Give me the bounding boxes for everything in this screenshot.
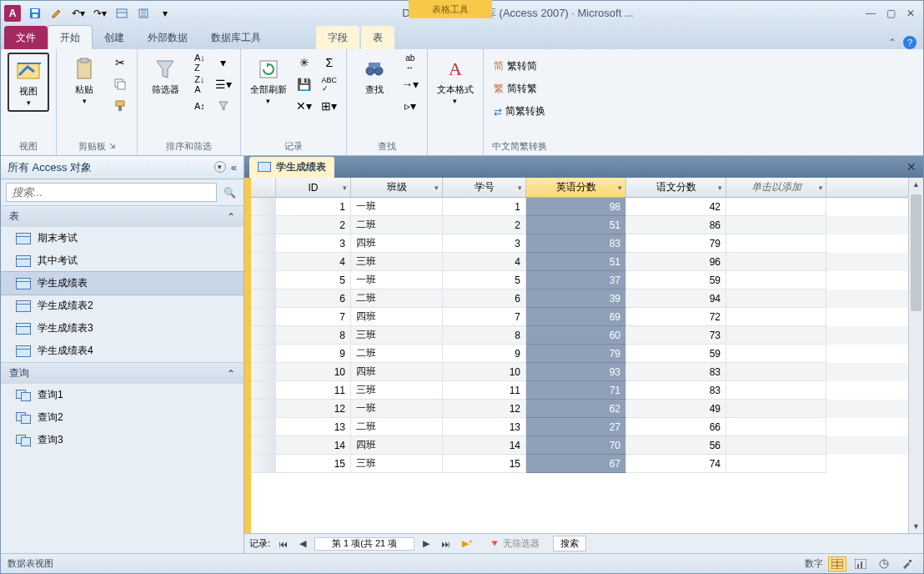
cell-add[interactable] <box>726 363 826 381</box>
delete-record-icon[interactable]: ✕▾ <box>294 96 314 116</box>
qat-btn-2[interactable] <box>134 4 153 23</box>
row-selector[interactable] <box>251 216 276 234</box>
nav-header[interactable]: 所有 Access 对象 ▾« <box>1 156 244 179</box>
cell-eng[interactable]: 98 <box>526 198 626 216</box>
replace-icon[interactable]: ab↔ <box>400 53 420 73</box>
cell-chn[interactable]: 56 <box>626 436 726 455</box>
cell-add[interactable] <box>726 216 826 234</box>
cell-eng[interactable]: 71 <box>526 381 626 400</box>
goto-icon[interactable]: →▾ <box>400 74 420 94</box>
cell-add[interactable] <box>726 234 826 253</box>
refresh-button[interactable]: 全部刷新 ▾ <box>248 53 289 108</box>
nav-group-queries[interactable]: 查询⌃ <box>1 362 244 384</box>
cell-class[interactable]: 三班 <box>351 455 443 473</box>
sort-asc-icon[interactable]: A↓Z <box>191 53 208 73</box>
cell-class[interactable]: 四班 <box>351 308 443 326</box>
tab-external[interactable]: 外部数据 <box>136 26 199 49</box>
cell-class[interactable]: 一班 <box>351 400 443 418</box>
row-selector[interactable] <box>251 253 276 271</box>
cell-class[interactable]: 三班 <box>351 253 443 271</box>
cut-icon[interactable]: ✂ <box>110 53 130 73</box>
datasheet-grid[interactable]: ID▾ 班级▾ 学号▾ 英语分数▾ 语文分数▾ 单击以添加▾ 1一班198422… <box>251 178 908 533</box>
table-row[interactable]: 1一班19842 <box>251 198 908 216</box>
app-icon[interactable]: A <box>4 5 21 22</box>
pivot-table-view-btn[interactable] <box>851 556 870 571</box>
pivot-chart-view-btn[interactable] <box>875 556 893 571</box>
tab-fields[interactable]: 字段 <box>316 26 359 49</box>
edit-icon[interactable] <box>48 4 66 23</box>
cell-id[interactable]: 6 <box>276 290 351 308</box>
cell-add[interactable] <box>726 326 826 345</box>
scroll-down-icon[interactable]: ▼ <box>909 520 923 533</box>
tab-create[interactable]: 创建 <box>93 26 136 49</box>
col-header-chn[interactable]: 语文分数▾ <box>626 178 726 197</box>
cell-class[interactable]: 三班 <box>351 381 443 400</box>
next-record-icon[interactable]: ▶ <box>419 538 433 549</box>
cell-sno[interactable]: 15 <box>443 455 526 473</box>
cn-convert-button[interactable]: ⇄简繁转换 <box>490 103 549 120</box>
undo-icon[interactable]: ↶▾ <box>69 4 88 23</box>
cell-id[interactable]: 9 <box>276 345 351 363</box>
cell-sno[interactable]: 9 <box>443 345 526 363</box>
cell-add[interactable] <box>726 345 826 363</box>
table-row[interactable]: 14四班147056 <box>251 436 908 455</box>
new-record-nav-icon[interactable]: ▶* <box>459 538 475 549</box>
cell-eng[interactable]: 79 <box>526 345 626 363</box>
nav-item-query[interactable]: 查询2 <box>1 406 244 429</box>
select-icon[interactable]: ▹▾ <box>400 96 420 116</box>
cell-class[interactable]: 四班 <box>351 234 443 253</box>
cell-chn[interactable]: 74 <box>626 455 726 473</box>
help-icon[interactable]: ? <box>903 36 916 49</box>
nav-group-tables[interactable]: 表⌃ <box>1 205 244 227</box>
row-selector[interactable] <box>251 418 276 436</box>
copy-icon[interactable] <box>110 74 130 94</box>
cell-id[interactable]: 13 <box>276 418 351 436</box>
cell-sno[interactable]: 8 <box>443 326 526 345</box>
cell-eng[interactable]: 60 <box>526 326 626 345</box>
text-format-button[interactable]: A 文本格式 ▾ <box>434 53 476 108</box>
nav-dropdown-icon[interactable]: ▾ <box>214 161 226 173</box>
cell-class[interactable]: 四班 <box>351 436 443 455</box>
datasheet-view-btn[interactable] <box>828 556 846 571</box>
cell-chn[interactable]: 59 <box>626 271 726 290</box>
nav-item-query[interactable]: 查询1 <box>1 384 244 406</box>
cell-id[interactable]: 8 <box>276 326 351 345</box>
cell-eng[interactable]: 69 <box>526 308 626 326</box>
table-row[interactable]: 15三班156774 <box>251 455 908 473</box>
cell-chn[interactable]: 59 <box>626 345 726 363</box>
cell-eng[interactable]: 93 <box>526 363 626 381</box>
paste-button[interactable]: 粘贴 ▾ <box>63 53 105 108</box>
cell-id[interactable]: 12 <box>276 400 351 418</box>
cell-chn[interactable]: 83 <box>626 381 726 400</box>
select-all-cell[interactable] <box>251 178 276 197</box>
col-header-id[interactable]: ID▾ <box>276 178 351 197</box>
cell-eng[interactable]: 67 <box>526 455 626 473</box>
totals-icon[interactable]: Σ <box>319 53 339 73</box>
prev-record-icon[interactable]: ◀ <box>296 538 309 549</box>
cell-eng[interactable]: 51 <box>526 253 626 271</box>
cell-sno[interactable]: 5 <box>443 271 526 290</box>
row-selector[interactable] <box>251 345 276 363</box>
cell-chn[interactable]: 79 <box>626 234 726 253</box>
cell-sno[interactable]: 6 <box>443 290 526 308</box>
minimize-icon[interactable]: — <box>861 5 880 22</box>
table-row[interactable]: 5一班53759 <box>251 271 908 290</box>
cell-add[interactable] <box>726 418 826 436</box>
qat-more-icon[interactable]: ▾ <box>156 4 174 23</box>
cell-sno[interactable]: 11 <box>443 381 526 400</box>
tab-table[interactable]: 表 <box>361 26 394 49</box>
cell-id[interactable]: 15 <box>276 455 351 473</box>
doc-close-icon[interactable]: ✕ <box>900 160 923 174</box>
ribbon-minimize-icon[interactable]: ⌃ <box>888 37 896 48</box>
scroll-up-icon[interactable]: ▲ <box>909 178 923 191</box>
cell-sno[interactable]: 14 <box>443 436 526 455</box>
tab-file[interactable]: 文件 <box>4 26 48 49</box>
cell-add[interactable] <box>726 198 826 216</box>
find-button[interactable]: 查找 <box>354 53 395 98</box>
vertical-scrollbar[interactable]: ▲ ▼ <box>908 178 923 533</box>
table-row[interactable]: 9二班97959 <box>251 345 908 363</box>
cell-sno[interactable]: 2 <box>443 216 526 234</box>
format-painter-icon[interactable] <box>110 96 130 116</box>
simp-to-trad-button[interactable]: 繁简转繁 <box>490 80 549 98</box>
maximize-icon[interactable]: ▢ <box>881 5 900 22</box>
